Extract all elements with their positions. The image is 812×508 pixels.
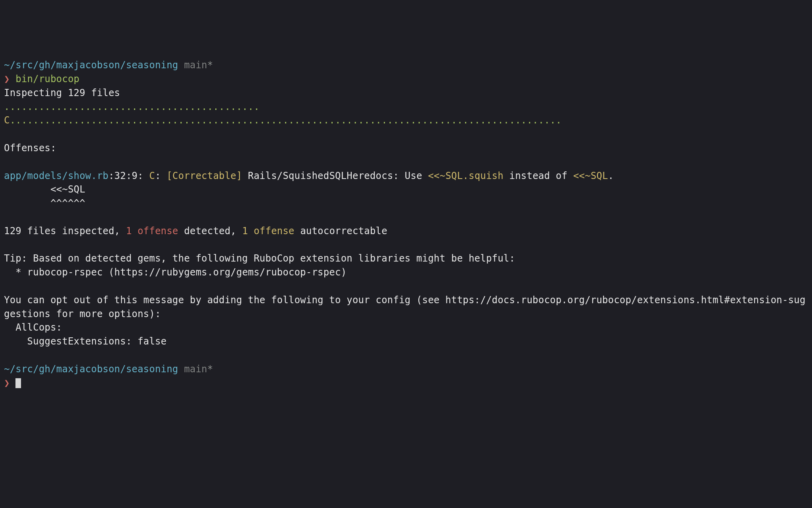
- command-line: ❯ bin/rubocop: [4, 73, 79, 85]
- prompt-line-2: ~/src/gh/maxjacobson/seasoning main*: [4, 364, 213, 375]
- offense-code-line: <<~SQL: [4, 184, 85, 195]
- optout-line-2: AllCops:: [4, 322, 62, 333]
- inspecting-line: Inspecting 129 files: [4, 87, 120, 98]
- prompt-caret-icon-2: ❯: [4, 377, 15, 389]
- tip-line-2: * rubocop-rspec (https://rubygems.org/ge…: [4, 267, 347, 278]
- summary-offense-correctable: 1 offense: [242, 225, 295, 237]
- offense-file: app/models/show.rb: [4, 170, 109, 181]
- tip-line-1: Tip: Based on detected gems, the followi…: [4, 253, 515, 264]
- prompt-branch: main: [178, 60, 207, 71]
- offense-msg-mid: instead of: [504, 170, 573, 181]
- branch-dirty-star: *: [207, 60, 213, 71]
- offense-sep: :: [155, 170, 167, 181]
- prompt-path-2: ~/src/gh/maxjacobson/seasoning: [4, 364, 178, 375]
- summary-t1: 129 files inspected,: [4, 225, 126, 237]
- optout-line-3: SuggestExtensions: false: [4, 336, 167, 347]
- terminal-output[interactable]: ~/src/gh/maxjacobson/seasoning main* ❯ b…: [4, 58, 808, 390]
- prompt-caret-icon: ❯: [4, 73, 15, 85]
- summary-t3: detected,: [178, 225, 242, 237]
- prompt-path: ~/src/gh/maxjacobson/seasoning: [4, 60, 178, 71]
- summary-line: 129 files inspected, 1 offense detected,…: [4, 225, 387, 237]
- progress-dots: ........................................…: [4, 101, 260, 112]
- offense-correctable: [Correctable]: [167, 170, 248, 181]
- offense-msg-pre: Use: [405, 170, 428, 181]
- offense-location: :32:9:: [109, 170, 149, 181]
- progress-dots-tail: ........................................…: [10, 115, 562, 126]
- progress-convention-mark: C: [4, 115, 10, 126]
- summary-offense-detected: 1 offense: [126, 225, 178, 237]
- offense-msg-good: <<~SQL.squish: [428, 170, 503, 181]
- progress-line: ........................................…: [4, 101, 561, 126]
- command-line-2[interactable]: ❯: [4, 377, 21, 389]
- optout-line-1: You can opt out of this message by addin…: [4, 294, 806, 319]
- offense-caret-line: ^^^^^^: [4, 198, 85, 209]
- offense-cop: Rails/SquishedSQLHeredocs:: [248, 170, 405, 181]
- offense-msg-bad: <<~SQL: [573, 170, 608, 181]
- offense-entry: app/models/show.rb:32:9: C: [Correctable…: [4, 170, 614, 181]
- offenses-header: Offenses:: [4, 142, 56, 154]
- branch-dirty-star-2: *: [207, 364, 213, 375]
- prompt-branch-2: main: [178, 364, 207, 375]
- cursor-block[interactable]: [15, 378, 21, 388]
- summary-t5: autocorrectable: [294, 225, 387, 237]
- offense-severity: C: [149, 170, 155, 181]
- command-text: bin/rubocop: [15, 73, 79, 85]
- prompt-line: ~/src/gh/maxjacobson/seasoning main*: [4, 60, 213, 71]
- offense-msg-post: .: [608, 170, 614, 181]
